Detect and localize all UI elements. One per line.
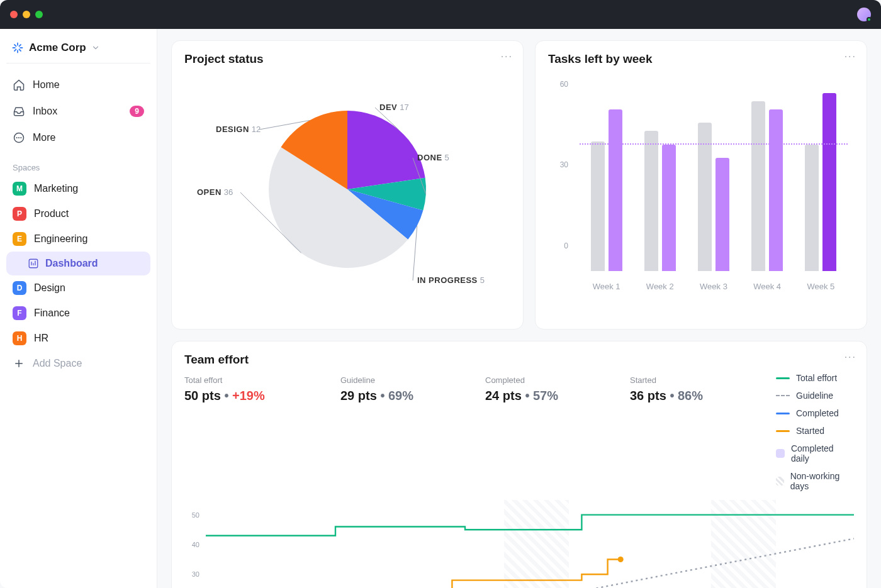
space-label: Engineering (34, 233, 87, 245)
nav-more[interactable]: More (6, 125, 150, 150)
bar (644, 131, 658, 271)
pie-label-done: DONE5 (417, 153, 449, 162)
line-total-effort (206, 515, 854, 536)
sidebar-subitem-dashboard[interactable]: Dashboard (6, 252, 150, 275)
window-controls (10, 11, 43, 18)
chevron-down-icon (91, 43, 100, 52)
card-title-project-status: Project status (184, 52, 510, 66)
svg-line-7 (413, 226, 417, 280)
reference-line (580, 143, 848, 145)
main-content: Project status ··· DEV17DONE5IN PROGRESS… (157, 29, 881, 588)
bar-group-week-3 (698, 123, 729, 271)
bar (805, 145, 819, 271)
space-label: Product (34, 208, 69, 219)
nav-more-label: More (33, 132, 55, 143)
card-tasks-left: Tasks left by week ··· 03060 Week 1Week … (535, 40, 867, 330)
dashboard-icon (28, 258, 39, 269)
pie-label-open: OPEN36 (197, 187, 233, 197)
sidebar-space-hr[interactable]: HHR (6, 326, 150, 351)
bar (769, 109, 783, 271)
bar-group-week-2 (644, 131, 676, 271)
bar (609, 109, 622, 271)
bar (662, 145, 676, 271)
bar (822, 93, 836, 271)
card-menu-tasks-left[interactable]: ··· (845, 51, 856, 62)
space-chip-icon: M (13, 182, 26, 196)
spaces-heading: Spaces (6, 154, 150, 176)
svg-point-10 (618, 557, 624, 562)
minimize-window-icon[interactable] (23, 11, 30, 18)
space-chip-icon: P (13, 207, 26, 221)
bar-group-week-1 (591, 109, 622, 271)
window-titlebar (0, 0, 881, 29)
card-menu-team-effort[interactable]: ··· (845, 352, 856, 363)
nav-home[interactable]: Home (6, 72, 150, 97)
card-team-effort: Team effort ··· Total effort 50 pts • +1… (171, 341, 867, 588)
sidebar-space-marketing[interactable]: MMarketing (6, 176, 150, 201)
space-chip-icon: E (13, 232, 26, 246)
card-title-team-effort: Team effort (184, 353, 854, 367)
svg-line-6 (413, 158, 426, 194)
sidebar: Acme Corp Home Inbox 9 More (0, 29, 157, 588)
maximize-window-icon[interactable] (35, 11, 43, 18)
sidebar-space-finance[interactable]: FFinance (6, 301, 150, 326)
metric-completed: Completed 24 pts • 57% (474, 373, 619, 491)
card-project-status: Project status ··· DEV17DONE5IN PROGRESS… (171, 40, 524, 330)
org-logo-icon (11, 42, 24, 54)
inbox-icon (13, 105, 25, 118)
add-space-button[interactable]: Add Space (6, 351, 150, 376)
team-effort-legend: Total effort Guideline Completed Started… (763, 373, 854, 491)
space-chip-icon: D (13, 281, 26, 295)
svg-line-8 (240, 192, 301, 253)
space-label: Design (34, 282, 65, 294)
more-icon (13, 131, 25, 144)
bar (715, 158, 729, 271)
add-space-label: Add Space (33, 358, 82, 369)
svg-point-2 (18, 137, 20, 138)
card-menu-project-status[interactable]: ··· (501, 51, 513, 62)
space-label: Finance (34, 308, 70, 319)
pie-label-dev: DEV17 (379, 103, 409, 112)
space-label: HR (34, 333, 48, 344)
nav-home-label: Home (33, 79, 60, 91)
pie-label-in-progress: IN PROGRESS5 (417, 275, 485, 285)
svg-point-3 (20, 137, 21, 138)
sidebar-space-design[interactable]: DDesign (6, 275, 150, 301)
bar (751, 101, 765, 271)
plus-icon (13, 357, 25, 370)
sidebar-space-engineering[interactable]: EEngineering (6, 226, 150, 252)
bar (698, 123, 712, 271)
svg-line-9 (259, 120, 310, 130)
space-label: Marketing (34, 183, 78, 194)
bar (591, 141, 605, 271)
space-chip-icon: F (13, 306, 26, 320)
metric-guideline: Guideline 29 pts • 69% (329, 373, 474, 491)
nav-inbox-label: Inbox (33, 106, 57, 117)
space-chip-icon: H (13, 331, 26, 345)
svg-point-1 (16, 137, 18, 138)
org-switcher[interactable]: Acme Corp (6, 36, 150, 64)
home-icon (13, 79, 25, 91)
pie-label-design: DESIGN12 (216, 125, 261, 134)
org-name: Acme Corp (29, 42, 86, 54)
metric-started: Started 36 pts • 86% (619, 373, 763, 491)
inbox-badge: 9 (130, 106, 144, 117)
sidebar-space-product[interactable]: PProduct (6, 201, 150, 226)
bar-group-week-5 (805, 93, 836, 271)
bar-group-week-4 (751, 101, 783, 271)
card-title-tasks-left: Tasks left by week (548, 52, 854, 66)
close-window-icon[interactable] (10, 11, 18, 18)
line-started (349, 560, 621, 588)
metric-total-effort: Total effort 50 pts • +19% (184, 373, 329, 491)
nav-inbox[interactable]: Inbox 9 (6, 99, 150, 124)
avatar[interactable] (857, 8, 871, 21)
